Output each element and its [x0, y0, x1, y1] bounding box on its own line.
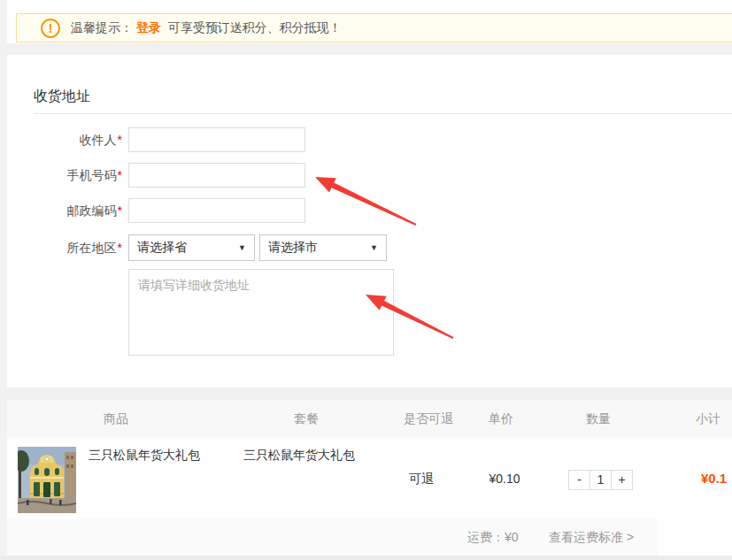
- shipping-footer: 运费：¥0 查看运费标准 >: [7, 519, 658, 556]
- required-asterisk: *: [118, 241, 122, 255]
- city-select-value: 请选择市: [268, 240, 318, 256]
- recipient-label-text: 收件人: [80, 133, 117, 147]
- refundable-status: 可退: [409, 472, 434, 487]
- banner-text: 温馨提示： 登录 可享受预订送积分、积分抵现！: [71, 20, 342, 36]
- required-asterisk: *: [118, 133, 122, 147]
- section-gap: [0, 387, 732, 400]
- login-link[interactable]: 登录: [136, 20, 161, 35]
- province-select[interactable]: 请选择省 ▼: [128, 234, 255, 261]
- chevron-down-icon: ▼: [370, 243, 378, 252]
- section-gap: [0, 43, 732, 55]
- phone-label: 手机号码*: [0, 163, 122, 188]
- required-asterisk: *: [118, 203, 122, 218]
- subtotal-price: ¥0.1: [701, 471, 727, 486]
- qty-increase-button[interactable]: +: [612, 470, 633, 490]
- header-product: 商品: [104, 400, 128, 438]
- checkout-page: ! 温馨提示： 登录 可享受预订送积分、积分抵现！ 收货地址 收件人* 手机号码…: [0, 0, 732, 560]
- package-name: 三只松鼠年货大礼包: [243, 448, 389, 464]
- province-select-value: 请选择省: [137, 240, 187, 256]
- phone-label-text: 手机号码: [67, 168, 117, 182]
- chevron-down-icon: ▼: [238, 243, 246, 252]
- annotation-arrow-phone: [315, 177, 416, 226]
- banner-prefix: 温馨提示：: [71, 20, 133, 35]
- city-select[interactable]: 请选择市 ▼: [259, 234, 387, 261]
- banner-message: 可享受预订送积分、积分抵现！: [168, 20, 342, 35]
- recipient-label: 收件人*: [0, 127, 122, 152]
- header-quantity: 数量: [586, 400, 611, 438]
- quantity-stepper: - 1 +: [568, 470, 633, 490]
- header-refundable: 是否可退: [404, 400, 453, 438]
- qty-value[interactable]: 1: [589, 470, 612, 490]
- exclamation-circle-icon: !: [41, 19, 60, 38]
- page-background-strip: [0, 0, 7, 560]
- address-section-title: 收货地址: [34, 88, 90, 106]
- region-label: 所在地区*: [0, 234, 122, 261]
- divider: [34, 113, 732, 114]
- phone-input[interactable]: [128, 163, 305, 188]
- product-image: [18, 447, 76, 513]
- qty-decrease-button[interactable]: -: [568, 470, 589, 490]
- postcode-input[interactable]: [128, 198, 305, 223]
- required-asterisk: *: [118, 168, 122, 182]
- region-label-text: 所在地区: [67, 241, 117, 255]
- page-bottom-strip: [0, 556, 732, 560]
- order-table-header: 商品 套餐 是否可退 单价 数量 小计: [7, 400, 732, 438]
- postcode-label-text: 邮政编码: [67, 203, 117, 218]
- header-unit-price: 单价: [489, 400, 513, 438]
- alert-banner: ! 温馨提示： 登录 可享受预订送积分、积分抵现！: [16, 13, 732, 42]
- recipient-input[interactable]: [128, 127, 305, 152]
- header-package: 套餐: [294, 400, 319, 438]
- shipping-standard-link[interactable]: 查看运费标准 >: [549, 519, 634, 556]
- product-name: 三只松鼠年货大礼包: [89, 448, 235, 464]
- address-detail-textarea[interactable]: [128, 269, 394, 356]
- shipping-fee: 运费：¥0: [467, 519, 519, 556]
- postcode-label: 邮政编码*: [0, 198, 122, 223]
- header-subtotal: 小计: [696, 400, 720, 438]
- unit-price: ¥0.10: [489, 472, 520, 486]
